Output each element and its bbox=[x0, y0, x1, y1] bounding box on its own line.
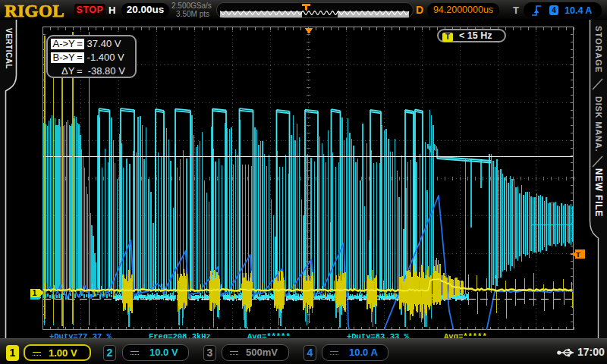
svg-text:T: T bbox=[576, 250, 580, 259]
svg-text:1: 1 bbox=[33, 288, 37, 297]
